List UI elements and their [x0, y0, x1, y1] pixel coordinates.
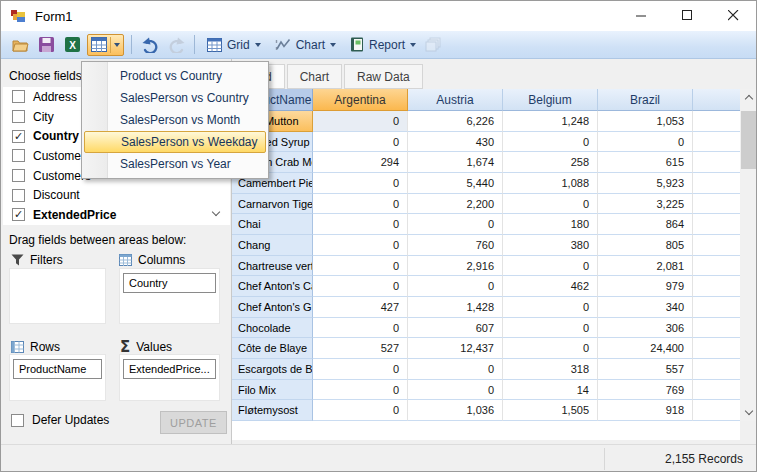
menu-item-product-vs-country[interactable]: Product vs Country: [82, 65, 268, 87]
data-cell[interactable]: 0: [313, 194, 408, 215]
undo-button[interactable]: [137, 33, 163, 57]
data-cell[interactable]: 2,916: [408, 256, 503, 277]
data-cell[interactable]: 0: [313, 380, 408, 401]
data-cell[interactable]: 0: [408, 214, 503, 235]
pivot-field-chip[interactable]: ProductName: [13, 359, 102, 379]
row-header[interactable]: Chai: [232, 214, 313, 235]
tab-chart[interactable]: Chart: [287, 64, 342, 89]
data-cell[interactable]: 918: [598, 400, 693, 421]
row-header[interactable]: Carnarvon Tigers: [232, 194, 313, 215]
scroll-down-button[interactable]: [740, 404, 757, 421]
data-cell[interactable]: 0: [408, 380, 503, 401]
rows-drop-area[interactable]: ProductName: [9, 354, 106, 401]
data-cell[interactable]: 0: [503, 338, 598, 359]
maximize-button[interactable]: [664, 1, 710, 30]
menu-item-salesperson-vs-country[interactable]: SalesPerson vs Country: [82, 87, 268, 109]
field-list-scroll-down-button[interactable]: [209, 207, 223, 219]
chart-menu-button[interactable]: Chart: [268, 33, 343, 57]
data-cell[interactable]: 380: [503, 235, 598, 256]
checkbox[interactable]: [12, 169, 25, 182]
data-cell[interactable]: 462: [503, 276, 598, 297]
row-header[interactable]: Fløtemysost: [232, 400, 313, 421]
data-cell[interactable]: 0: [408, 276, 503, 297]
data-cell[interactable]: 805: [598, 235, 693, 256]
data-cell[interactable]: 615: [598, 152, 693, 173]
checkbox[interactable]: [12, 90, 25, 103]
data-cell[interactable]: 318: [503, 359, 598, 380]
data-cell[interactable]: 294: [313, 152, 408, 173]
column-header[interactable]: Brazil: [598, 89, 693, 111]
data-cell[interactable]: 0: [598, 132, 693, 153]
data-cell[interactable]: 258: [503, 152, 598, 173]
data-cell[interactable]: 0: [313, 173, 408, 194]
data-cell[interactable]: 1,088: [503, 173, 598, 194]
data-cell[interactable]: 14: [503, 380, 598, 401]
data-cell[interactable]: 427: [313, 297, 408, 318]
data-cell[interactable]: 5,440: [408, 173, 503, 194]
data-cell[interactable]: 0: [503, 132, 598, 153]
checkbox[interactable]: ✓: [12, 208, 25, 221]
vertical-scroll-thumb[interactable]: [741, 111, 756, 169]
data-cell[interactable]: 340: [598, 297, 693, 318]
redo-button[interactable]: [163, 33, 189, 57]
data-cell[interactable]: 306: [598, 318, 693, 339]
data-cell[interactable]: 24,400: [598, 338, 693, 359]
data-cell[interactable]: 2,200: [408, 194, 503, 215]
checkbox[interactable]: [12, 110, 25, 123]
values-drop-area[interactable]: ExtendedPrice...: [119, 354, 220, 401]
data-cell[interactable]: 0: [503, 297, 598, 318]
row-header[interactable]: Escargots de Bourg: [232, 359, 313, 380]
open-button[interactable]: [7, 33, 33, 57]
data-cell[interactable]: 979: [598, 276, 693, 297]
menu-item-salesperson-vs-year[interactable]: SalesPerson vs Year: [82, 153, 268, 175]
field-list-item-discount[interactable]: Discount: [3, 185, 230, 205]
data-cell[interactable]: 1,505: [503, 400, 598, 421]
menu-item-salesperson-vs-weekday[interactable]: SalesPerson vs Weekday: [84, 131, 266, 153]
data-cell[interactable]: 1,428: [408, 297, 503, 318]
data-cell[interactable]: 0: [503, 256, 598, 277]
close-button[interactable]: [710, 1, 756, 30]
data-cell[interactable]: 527: [313, 338, 408, 359]
update-button[interactable]: UPDATE: [160, 411, 227, 434]
row-header[interactable]: Filo Mix: [232, 380, 313, 401]
minimize-button[interactable]: [618, 1, 664, 30]
data-cell[interactable]: 0: [503, 318, 598, 339]
report-menu-button[interactable]: Report: [343, 33, 423, 57]
data-cell[interactable]: 2,081: [598, 256, 693, 277]
data-cell[interactable]: 6,226: [408, 111, 503, 132]
vertical-scrollbar[interactable]: [740, 89, 757, 421]
checkbox[interactable]: [12, 189, 25, 202]
data-cell[interactable]: 0: [313, 111, 408, 132]
data-cell[interactable]: 1,248: [503, 111, 598, 132]
data-cell[interactable]: 430: [408, 132, 503, 153]
data-cell[interactable]: 5,923: [598, 173, 693, 194]
data-cell[interactable]: 0: [313, 318, 408, 339]
data-cell[interactable]: 1,674: [408, 152, 503, 173]
data-cell[interactable]: 0: [313, 256, 408, 277]
data-cell[interactable]: 12,437: [408, 338, 503, 359]
data-cell[interactable]: 864: [598, 214, 693, 235]
data-cell[interactable]: 769: [598, 380, 693, 401]
column-header[interactable]: Austria: [408, 89, 503, 111]
data-cell[interactable]: 557: [598, 359, 693, 380]
data-cell[interactable]: 0: [313, 400, 408, 421]
views-dropdown-button[interactable]: [87, 34, 124, 56]
data-cell[interactable]: 0: [313, 132, 408, 153]
grid-menu-button[interactable]: Grid: [200, 33, 268, 57]
data-cell[interactable]: 0: [408, 359, 503, 380]
checkbox[interactable]: ✓: [12, 130, 25, 143]
row-header[interactable]: Chang: [232, 235, 313, 256]
checkbox[interactable]: [12, 149, 25, 162]
tab-raw-data[interactable]: Raw Data: [344, 64, 423, 89]
data-cell[interactable]: 0: [313, 276, 408, 297]
scroll-up-button[interactable]: [740, 89, 757, 106]
row-header[interactable]: Chocolade: [232, 318, 313, 339]
save-button[interactable]: [33, 33, 59, 57]
excel-export-button[interactable]: X: [59, 33, 85, 57]
row-header[interactable]: Chartreuse verte: [232, 256, 313, 277]
filters-drop-area[interactable]: [9, 268, 106, 324]
data-cell[interactable]: 0: [503, 194, 598, 215]
menu-item-salesperson-vs-month[interactable]: SalesPerson vs Month: [82, 109, 268, 131]
column-header[interactable]: Argentina: [313, 89, 408, 111]
data-cell[interactable]: 0: [313, 214, 408, 235]
